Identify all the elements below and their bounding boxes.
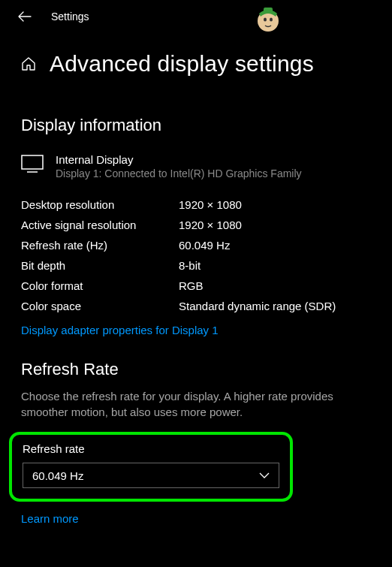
refresh-rate-dropdown[interactable]: 60.049 Hz <box>23 463 279 488</box>
svg-rect-3 <box>264 8 273 12</box>
table-row: Desktop resolution 1920 × 1080 <box>21 195 374 215</box>
refresh-description: Choose the refresh rate for your display… <box>21 388 374 420</box>
learn-more-link[interactable]: Learn more <box>21 512 79 525</box>
dropdown-value: 60.049 Hz <box>32 469 83 482</box>
prop-value: 1920 × 1080 <box>179 198 242 211</box>
arrow-left-icon <box>18 11 32 22</box>
display-sub: Display 1: Connected to Intel(R) HD Grap… <box>56 167 302 179</box>
table-row: Refresh rate (Hz) 60.049 Hz <box>21 235 374 255</box>
avatar <box>252 3 285 36</box>
refresh-rate-label: Refresh rate <box>23 442 279 455</box>
table-row: Color space Standard dynamic range (SDR) <box>21 296 374 316</box>
property-table: Desktop resolution 1920 × 1080 Active si… <box>21 195 374 316</box>
adapter-properties-link[interactable]: Display adapter properties for Display 1 <box>21 324 219 336</box>
svg-point-1 <box>264 18 267 22</box>
svg-rect-4 <box>22 155 43 169</box>
table-row: Active signal resolution 1920 × 1080 <box>21 215 374 235</box>
prop-label: Refresh rate (Hz) <box>21 239 179 252</box>
monitor-icon <box>21 155 44 176</box>
prop-value: RGB <box>179 279 204 292</box>
prop-value: 60.049 Hz <box>179 239 230 252</box>
display-info-heading: Display information <box>21 116 374 135</box>
prop-value: Standard dynamic range (SDR) <box>179 300 336 312</box>
prop-label: Color format <box>21 279 179 292</box>
chevron-down-icon <box>259 472 270 478</box>
page-title: Advanced display settings <box>50 51 314 77</box>
prop-label: Color space <box>21 300 179 312</box>
refresh-rate-heading: Refresh Rate <box>21 360 374 379</box>
prop-value: 8-bit <box>179 259 201 272</box>
highlight-annotation: Refresh rate 60.049 Hz <box>9 432 293 502</box>
home-icon[interactable] <box>21 56 36 71</box>
prop-label: Bit depth <box>21 259 179 272</box>
display-name: Internal Display <box>56 153 302 166</box>
svg-point-2 <box>270 18 273 22</box>
table-row: Bit depth 8-bit <box>21 255 374 276</box>
prop-label: Active signal resolution <box>21 219 179 231</box>
prop-value: 1920 × 1080 <box>179 219 242 231</box>
header-title: Settings <box>51 11 89 23</box>
back-button[interactable] <box>18 11 32 22</box>
table-row: Color format RGB <box>21 276 374 296</box>
prop-label: Desktop resolution <box>21 198 179 211</box>
